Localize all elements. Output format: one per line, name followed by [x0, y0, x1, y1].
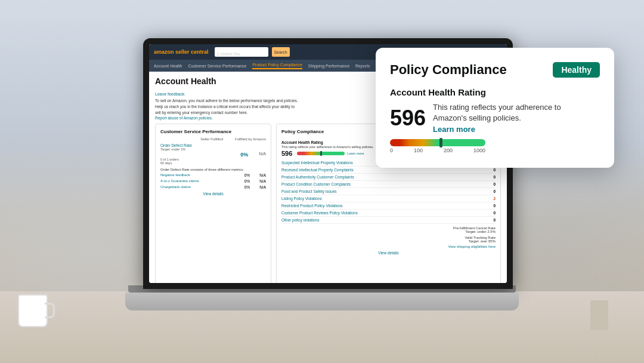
neg-feedback-amz: N/A: [259, 173, 266, 177]
overlay-desc-1: This rating reflects your adherence to: [433, 102, 561, 113]
odr-seller-val: 0%: [240, 152, 248, 158]
ahr-progress-bar: [297, 152, 345, 155]
chargeback-seller: 0%: [244, 185, 250, 189]
chargeback-row: Chargeback claims 0% N/A: [160, 185, 266, 189]
ato-z-row: A-to-z Guarantee claims 0% N/A: [160, 179, 266, 183]
policy-row-4: Food and Product Safety Issues 0: [281, 188, 496, 195]
overlay-scale: 0 100 200 1000: [390, 147, 485, 153]
search-input[interactable]: 1 United Sta...: [215, 50, 246, 59]
policy-row-6: Restricted Product Policy Violations 0: [281, 202, 496, 210]
policy-row-5: Listing Policy Violations 2: [281, 195, 496, 202]
scale-mid1: 100: [414, 147, 423, 153]
policy-name-4[interactable]: Food and Product Safety Issues: [281, 189, 337, 193]
atoz-label: A-to-z Guarantee claims: [160, 179, 199, 183]
search-button[interactable]: Search: [272, 47, 290, 57]
coffee-mug: [18, 294, 48, 327]
ahr-score: 596: [281, 150, 292, 157]
policy-name-3[interactable]: Product Condition Customer Complaints: [281, 182, 351, 186]
odr-values: 0% N/A: [160, 152, 266, 158]
policy-row-1: Received Intellectual Property Complaint…: [281, 167, 496, 174]
policy-name-5[interactable]: Listing Policy Violations: [281, 196, 322, 201]
odr-days: 60 days: [160, 161, 266, 165]
overlay-header: Policy Compliance Healthy: [390, 62, 600, 78]
overlay-right: This rating reflects your adherence to A…: [433, 102, 561, 134]
overlay-learn-more[interactable]: Learn more: [433, 125, 475, 134]
neg-feedback-vals: 0% N/A: [244, 173, 266, 177]
overlay-score: 596: [390, 106, 426, 131]
policy-name-6[interactable]: Restricted Product Policy Violations: [281, 204, 342, 208]
policy-row-8: Other policy violations 0: [281, 217, 496, 224]
policy-name-7[interactable]: Customer Product Reviews Policy Violatio…: [281, 211, 358, 215]
policy-row-3: Product Condition Customer Complaints 0: [281, 181, 496, 188]
column-headers: Seller Fulfilled Fulfilled by Amazon: [160, 137, 266, 141]
nav-reports[interactable]: Reports: [355, 64, 370, 68]
policy-count-6: 0: [490, 204, 496, 208]
overlay-score-row: 596 This rating reflects your adherence …: [390, 102, 600, 134]
policy-row-7: Customer Product Reviews Policy Violatio…: [281, 210, 496, 217]
col-seller: Seller Fulfilled: [200, 137, 223, 141]
policy-compliance-overlay: Policy Compliance Healthy Account Health…: [376, 48, 614, 168]
neg-feedback-seller: 0%: [244, 173, 250, 177]
policy-count-1: 0: [490, 168, 496, 172]
amazon-logo: amazon seller central: [154, 49, 209, 55]
scale-min: 0: [390, 147, 393, 153]
overlay-title: Policy Compliance: [390, 62, 507, 78]
laptop-base: [125, 293, 519, 310]
nav-product-policy[interactable]: Product Policy Compliance: [252, 63, 302, 69]
overlay-progress-bar: [390, 139, 485, 146]
policy-name-8[interactable]: Other policy violations: [281, 218, 320, 222]
policy-panel-title: Policy Compliance: [281, 129, 324, 134]
policy-name-1[interactable]: Received Intellectual Property Complaint…: [281, 168, 354, 172]
overlay-desc-2: Amazon's selling policies.: [433, 113, 561, 124]
leave-feedback-link[interactable]: Leave feedback: [155, 92, 184, 96]
odr-label: Order Defect Rate: [160, 143, 266, 147]
atoz-amz: N/A: [259, 179, 266, 183]
odr-target: Target: under 1%: [160, 147, 266, 151]
chargeback-label: Chargeback claims: [160, 185, 191, 189]
customer-service-panel: Customer Service Performance Seller Fulf…: [155, 124, 271, 283]
policy-count-3: 0: [490, 182, 496, 186]
valid-tracking-target: Target: over 95%: [448, 239, 496, 243]
ahr-learn-more-link[interactable]: Learn more: [347, 152, 364, 155]
overlay-progress-marker: [439, 138, 442, 147]
chargeback-amz: N/A: [259, 185, 266, 189]
policy-row-2: Product Authenticity Customer Complaints…: [281, 174, 496, 181]
policy-view-details[interactable]: View details: [281, 251, 496, 255]
view-eligibilities-link[interactable]: View shipping eligibilities here: [448, 245, 496, 248]
ahr-progress-marker: [320, 151, 322, 156]
policy-count-7: 0: [490, 211, 496, 215]
order-defect-rate-row: Order Defect Rate Target: under 1% 0% N/…: [160, 143, 266, 165]
policy-count-4: 0: [490, 189, 496, 193]
search-box[interactable]: 1 United Sta...: [215, 47, 268, 57]
nav-account-health[interactable]: Account Health: [154, 64, 182, 68]
cs-panel-title: Customer Service Performance: [160, 129, 266, 134]
policy-violations-table: Suspected Intellectual Property Violatio…: [281, 159, 496, 224]
negative-feedback-row: Negative feedback 0% N/A: [160, 173, 266, 177]
odr-description: Order Defect Rate consists of three diff…: [160, 168, 266, 171]
scale-max: 1000: [473, 147, 485, 153]
cs-view-details[interactable]: View details: [160, 192, 266, 196]
atoz-seller: 0%: [244, 179, 250, 183]
neg-feedback-label: Negative feedback: [160, 173, 190, 177]
chargeback-vals: 0% N/A: [244, 185, 266, 189]
odr-amz-val: N/A: [259, 152, 266, 158]
policy-count-2: 0: [490, 175, 496, 179]
atoz-vals: 0% N/A: [244, 179, 266, 183]
pencil-cup: [590, 300, 608, 330]
pre-fulfillment-target: Target: under 2.5%: [448, 230, 496, 233]
policy-name-0[interactable]: Suspected Intellectual Property Violatio…: [281, 161, 353, 165]
policy-count-5: 2: [490, 196, 496, 201]
policy-count-8: 0: [490, 218, 496, 222]
policy-name-2[interactable]: Product Authenticity Customer Complaints: [281, 175, 354, 179]
overlay-status-badge: Healthy: [553, 62, 600, 78]
col-amazon: Fulfilled by Amazon: [235, 137, 266, 141]
scale-mid2: 200: [444, 147, 453, 153]
nav-shipping[interactable]: Shipping Performance: [308, 64, 349, 68]
overlay-ahr-label: Account Health Rating: [390, 87, 600, 97]
nav-customer-service[interactable]: Customer Service Performance: [188, 64, 246, 68]
